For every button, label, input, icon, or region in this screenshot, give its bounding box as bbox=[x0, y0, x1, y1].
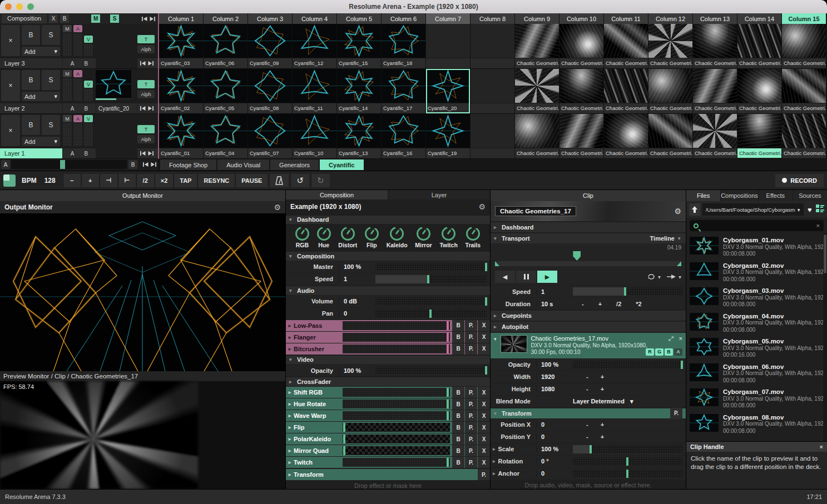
composition-master-toggle[interactable]: M bbox=[91, 14, 100, 23]
layer-name[interactable]: Layer 2 bbox=[0, 103, 62, 113]
effect-params-button[interactable]: P. bbox=[465, 398, 477, 410]
layer-video-fader[interactable] bbox=[84, 89, 93, 101]
crossfader-handle[interactable] bbox=[60, 160, 65, 169]
layer-crossfader-assign[interactable]: AB bbox=[63, 58, 96, 68]
param-slider[interactable] bbox=[375, 263, 487, 271]
clip-cell[interactable]: Chaotic Geometri... bbox=[515, 114, 559, 158]
timeline-track[interactable] bbox=[495, 261, 681, 266]
clip-gear-icon[interactable]: ⚙ bbox=[674, 207, 681, 216]
param-value[interactable]: 1 bbox=[536, 288, 568, 295]
crossfader-b-button[interactable]: B bbox=[128, 160, 137, 169]
effect-opacity-slider[interactable] bbox=[343, 435, 450, 443]
layer-audio-toggle[interactable]: A bbox=[73, 70, 82, 77]
column-header-4[interactable]: Column 4 bbox=[293, 13, 336, 24]
clip-cell[interactable]: Cyantific_07 bbox=[248, 114, 292, 158]
section-transport[interactable]: ▾Transport Timeline▾ bbox=[491, 233, 686, 243]
duration-decrease-button[interactable]: - bbox=[582, 301, 584, 307]
clip-cell[interactable]: Chaotic Geometri... bbox=[559, 69, 603, 113]
active-clip-indicator-icon[interactable] bbox=[3, 174, 16, 187]
clip-cell[interactable]: Chaotic Geometri... bbox=[648, 69, 692, 113]
clip-cell[interactable]: Chaotic Geometri... bbox=[693, 69, 737, 113]
tab-effects[interactable]: Effects bbox=[759, 190, 793, 201]
column-header-2[interactable]: Column 2 bbox=[204, 13, 247, 24]
param-value[interactable]: 100 % bbox=[536, 446, 568, 452]
effect-remove-button[interactable]: X bbox=[478, 343, 490, 355]
column-header-7[interactable]: Column 7 bbox=[426, 13, 470, 24]
effect-remove-button[interactable]: X bbox=[478, 422, 490, 433]
param-value[interactable]: 0 bbox=[536, 421, 568, 428]
effect-bypass-button[interactable]: B bbox=[452, 457, 464, 468]
dashboard-knob-flip[interactable]: Flip bbox=[365, 227, 379, 248]
beat-nudge-down-button[interactable]: ⊣ bbox=[100, 174, 117, 187]
layer-bypass-button[interactable]: B bbox=[22, 115, 40, 135]
layer-next-clip-icon[interactable] bbox=[148, 61, 153, 66]
decrease-button[interactable]: - bbox=[586, 421, 588, 428]
composition-speed-toggle[interactable]: S bbox=[110, 14, 119, 23]
effect-twitch[interactable]: ▸TwitchBP.X bbox=[286, 457, 490, 468]
param-value[interactable]: 100 % bbox=[536, 361, 568, 368]
effect-flanger[interactable]: ▸FlangerBP.X bbox=[286, 332, 490, 343]
effect-low-pass[interactable]: ▸Low-PassBP.X bbox=[286, 320, 490, 331]
increase-button[interactable]: + bbox=[601, 421, 604, 428]
increase-button[interactable]: + bbox=[601, 386, 604, 392]
file-item[interactable]: Cyborgasm_07.movDXV 3.0 Normal Quality, … bbox=[686, 386, 827, 412]
undo-button[interactable]: ↺ bbox=[290, 174, 309, 187]
dashboard-knob-rgb[interactable]: RGB bbox=[295, 227, 309, 248]
tab-output-monitor[interactable]: Output Monitor bbox=[0, 190, 285, 201]
effect-opacity-slider[interactable] bbox=[343, 400, 450, 408]
column-header-15[interactable]: Column 15 bbox=[782, 13, 826, 24]
param-value[interactable]: 100 % bbox=[339, 367, 371, 374]
clip-cell[interactable]: Chaotic Geometri... bbox=[693, 24, 737, 68]
path-dropdown[interactable]: /Users/Bart/Footage/Shop/Cyborgasm ▾ bbox=[702, 203, 804, 216]
layer-master-toggle[interactable]: M bbox=[63, 25, 72, 32]
clip-cell[interactable]: Chaotic Geometri... bbox=[648, 114, 692, 158]
scrollbar-thumb[interactable] bbox=[824, 234, 826, 273]
clip-cell[interactable]: Chaotic Geometri... bbox=[737, 69, 781, 113]
effect-remove-button[interactable]: X bbox=[478, 398, 490, 410]
effect-params-button[interactable]: P. bbox=[465, 387, 477, 398]
column-header-10[interactable]: Column 10 bbox=[559, 13, 603, 24]
layer-next-clip-icon[interactable] bbox=[148, 106, 153, 111]
effect-bypass-button[interactable]: B bbox=[452, 410, 464, 421]
layer-clear-button[interactable]: × bbox=[1, 115, 20, 146]
clip-cell[interactable]: Chaotic Geometri... bbox=[604, 24, 648, 68]
clip-cell[interactable]: Cyantific_12 bbox=[293, 24, 336, 68]
file-list-scrollbar[interactable] bbox=[823, 233, 827, 441]
param-slider[interactable] bbox=[573, 445, 682, 453]
file-item[interactable]: Cyborgasm_06.movDXV 3.0 Normal Quality, … bbox=[686, 361, 827, 387]
layer-blendmode-dropdown[interactable]: Add▾ bbox=[22, 137, 60, 146]
clip-handle-close-icon[interactable]: × bbox=[820, 443, 823, 450]
tap-button[interactable]: TAP bbox=[174, 174, 197, 187]
bpm-halve-button[interactable]: /2 bbox=[136, 174, 154, 187]
layer-audio-toggle[interactable]: A bbox=[73, 25, 82, 32]
clip-cell[interactable]: Chaotic Geometri... bbox=[559, 24, 603, 68]
dashboard-knob-hue[interactable]: Hue bbox=[317, 227, 331, 248]
favorites-heart-icon[interactable]: ♥ bbox=[806, 206, 814, 214]
bpm-increase-button[interactable]: + bbox=[81, 174, 99, 187]
layer-master-toggle[interactable]: M bbox=[63, 115, 72, 122]
timeline-playhead[interactable] bbox=[573, 251, 581, 261]
param-value[interactable]: 0 bbox=[339, 310, 371, 317]
param-value[interactable]: 0 bbox=[536, 470, 568, 477]
deck-tab-generators[interactable]: Generators bbox=[270, 159, 319, 170]
layer-name[interactable]: Layer 3 bbox=[0, 58, 62, 68]
layer-blendmode-dropdown[interactable]: Add▾ bbox=[22, 47, 60, 56]
layer-solo-button[interactable]: S bbox=[42, 115, 60, 135]
column-header-5[interactable]: Column 5 bbox=[337, 13, 381, 24]
view-mode-icon[interactable] bbox=[816, 204, 824, 214]
layer-alpha-button[interactable]: Alph bbox=[137, 90, 155, 98]
effect-opacity-slider[interactable] bbox=[343, 446, 450, 455]
param-value[interactable]: 0 ° bbox=[536, 458, 568, 465]
duration-double-button[interactable]: *2 bbox=[636, 301, 641, 307]
column-header-14[interactable]: Column 14 bbox=[737, 13, 781, 24]
effect-shift-rgb[interactable]: ▸Shift RGBBP.X bbox=[286, 387, 490, 398]
column-header-1[interactable]: Column 1 bbox=[159, 13, 203, 24]
effect-params-button[interactable]: P. bbox=[465, 320, 477, 331]
play-button[interactable]: ▶ bbox=[537, 271, 557, 283]
param-value[interactable]: 1920 bbox=[536, 373, 568, 380]
layer-master-fader[interactable] bbox=[63, 33, 72, 56]
param-value[interactable]: 1 bbox=[339, 276, 371, 282]
column-header-6[interactable]: Column 6 bbox=[382, 13, 425, 24]
crossfader-a-button[interactable]: A bbox=[1, 160, 10, 169]
clip-cell[interactable]: Cyantific_06 bbox=[204, 24, 247, 68]
